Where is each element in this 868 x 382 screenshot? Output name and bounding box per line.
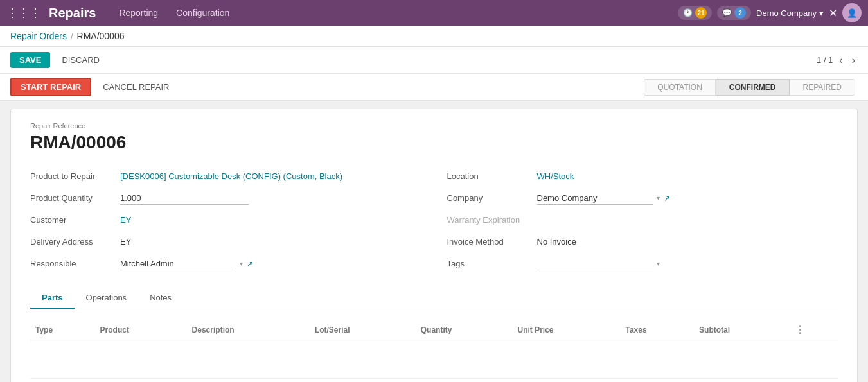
breadcrumb: Repair Orders / RMA/00006 xyxy=(0,26,868,47)
cancel-repair-button[interactable]: CANCEL REPAIR xyxy=(96,79,175,95)
chat-notifications[interactable]: 💬 2 xyxy=(717,6,751,20)
tab-parts[interactable]: Parts xyxy=(30,288,75,309)
responsible-dropdown-arrow: ▾ xyxy=(240,260,243,267)
company-external-link-icon[interactable]: ↗ xyxy=(664,194,670,203)
field-warranty-expiration: Warranty Expiration xyxy=(447,209,838,231)
company-selector[interactable]: Demo Company ▾ xyxy=(756,8,824,18)
form-grid: Product to Repair [DESK0006] Customizabl… xyxy=(30,166,838,275)
chat-icon: 💬 xyxy=(722,8,732,17)
status-quotation[interactable]: QUOTATION xyxy=(644,79,716,96)
label-location: Location xyxy=(447,171,537,181)
label-invoice-method: Invoice Method xyxy=(447,237,537,247)
field-responsible: Responsible Mitchell Admin ▾ ↗ xyxy=(30,253,421,275)
company-selector-row: Demo Company ▾ ↗ xyxy=(537,192,670,205)
label-product-to-repair: Product to Repair xyxy=(30,171,120,181)
app-title: Repairs xyxy=(49,6,96,21)
field-company: Company Demo Company ▾ ↗ xyxy=(447,187,838,209)
label-company: Company xyxy=(447,193,537,203)
col-subtotal: Subtotal xyxy=(694,320,790,340)
label-delivery-address: Delivery Address xyxy=(30,237,120,247)
clock-notifications[interactable]: 🕐 21 xyxy=(678,6,712,20)
label-product-quantity: Product Quantity xyxy=(30,193,120,203)
navbar: ⋮⋮⋮ Repairs Reporting Configuration 🕐 21… xyxy=(0,0,868,26)
discard-button[interactable]: DISCARD xyxy=(55,52,106,68)
avatar[interactable]: 👤 xyxy=(842,3,862,22)
main-content: Repair Reference RMA/00006 Product to Re… xyxy=(0,101,868,382)
col-taxes: Taxes xyxy=(620,320,694,340)
field-location: Location WH/Stock xyxy=(447,166,838,187)
label-customer: Customer xyxy=(30,215,120,225)
label-warranty-expiration: Warranty Expiration xyxy=(447,215,537,225)
company-dropdown-arrow: ▾ xyxy=(657,195,660,202)
pagination: 1 / 1 ‹ › xyxy=(817,53,858,67)
col-quantity: Quantity xyxy=(416,320,513,340)
tags-selector-row: ▾ xyxy=(537,257,660,270)
save-button[interactable]: SAVE xyxy=(10,52,50,68)
tab-operations[interactable]: Operations xyxy=(75,288,139,309)
field-product-to-repair: Product to Repair [DESK0006] Customizabl… xyxy=(30,166,421,187)
empty-row xyxy=(30,340,838,379)
value-customer[interactable]: EY xyxy=(120,215,421,225)
label-tags: Tags xyxy=(447,259,537,268)
chevron-down-icon: ▾ xyxy=(819,8,824,18)
field-tags: Tags ▾ xyxy=(447,253,838,275)
action-bar: SAVE DISCARD 1 / 1 ‹ › xyxy=(0,47,868,74)
label-responsible: Responsible xyxy=(30,259,120,268)
reference-label: Repair Reference xyxy=(30,122,838,130)
input-product-quantity[interactable] xyxy=(120,192,249,205)
tabs-bar: Parts Operations Notes xyxy=(30,288,838,309)
field-product-quantity: Product Quantity xyxy=(30,187,421,209)
responsible-external-link-icon[interactable]: ↗ xyxy=(247,259,253,268)
col-product: Product xyxy=(95,320,187,340)
value-invoice-method: No Invoice xyxy=(537,237,838,247)
repair-reference: RMA/00006 xyxy=(30,132,838,153)
field-delivery-address: Delivery Address EY xyxy=(30,231,421,253)
breadcrumb-parent[interactable]: Repair Orders xyxy=(10,31,67,41)
value-product-to-repair[interactable]: [DESK0006] Customizable Desk (CONFIG) (C… xyxy=(120,171,421,181)
form-card: Repair Reference RMA/00006 Product to Re… xyxy=(10,109,858,382)
table-columns-icon[interactable]: ⋮ xyxy=(795,324,805,335)
col-description: Description xyxy=(187,320,310,340)
field-invoice-method: Invoice Method No Invoice xyxy=(447,231,838,253)
col-menu: ⋮ xyxy=(790,320,838,340)
parts-table-body xyxy=(30,340,838,379)
navbar-right: 🕐 21 💬 2 Demo Company ▾ ✕ 👤 xyxy=(678,3,862,22)
status-bar: START REPAIR CANCEL REPAIR QUOTATION CON… xyxy=(0,74,868,101)
select-responsible[interactable]: Mitchell Admin xyxy=(120,257,236,270)
parts-table: Type Product Description Lot/Serial Quan… xyxy=(30,320,838,379)
responsible-selector: Mitchell Admin ▾ ↗ xyxy=(120,257,253,270)
value-location[interactable]: WH/Stock xyxy=(537,171,838,181)
grid-icon[interactable]: ⋮⋮⋮ xyxy=(6,6,41,20)
company-name: Demo Company xyxy=(756,8,817,18)
col-type: Type xyxy=(30,320,95,340)
status-repaired[interactable]: REPAIRED xyxy=(790,79,855,96)
chat-count: 2 xyxy=(734,7,746,19)
status-confirmed[interactable]: CONFIRMED xyxy=(716,79,790,96)
close-icon[interactable]: ✕ xyxy=(829,7,837,19)
tags-dropdown-arrow: ▾ xyxy=(657,260,660,267)
nav-menu: Reporting Configuration xyxy=(110,0,238,26)
col-unit-price: Unit Price xyxy=(513,320,621,340)
nav-reporting[interactable]: Reporting xyxy=(110,0,167,26)
select-tags[interactable] xyxy=(537,257,653,270)
clock-icon: 🕐 xyxy=(683,8,693,17)
value-delivery-address: EY xyxy=(120,237,421,247)
nav-configuration[interactable]: Configuration xyxy=(167,0,238,26)
breadcrumb-current: RMA/00006 xyxy=(77,31,125,41)
form-left-column: Product to Repair [DESK0006] Customizabl… xyxy=(30,166,421,275)
next-page-button[interactable]: › xyxy=(849,53,858,67)
col-lot-serial: Lot/Serial xyxy=(310,320,416,340)
field-customer: Customer EY xyxy=(30,209,421,231)
status-steps: QUOTATION CONFIRMED REPAIRED xyxy=(644,79,855,96)
tab-notes[interactable]: Notes xyxy=(138,288,183,309)
breadcrumb-separator: / xyxy=(71,31,73,41)
select-company[interactable]: Demo Company xyxy=(537,192,653,205)
table-header-row: Type Product Description Lot/Serial Quan… xyxy=(30,320,838,340)
form-right-column: Location WH/Stock Company Demo Company ▾… xyxy=(447,166,838,275)
start-repair-button[interactable]: START REPAIR xyxy=(10,78,91,96)
pagination-text: 1 / 1 xyxy=(817,55,833,65)
clock-count: 21 xyxy=(695,7,707,19)
prev-page-button[interactable]: ‹ xyxy=(837,53,845,67)
